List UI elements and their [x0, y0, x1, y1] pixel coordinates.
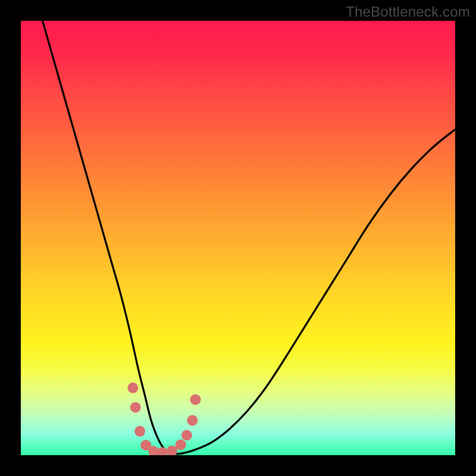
bottleneck-chart	[21, 21, 455, 455]
valley-dot	[181, 430, 192, 440]
valley-dot	[134, 426, 145, 437]
valley-dot	[187, 415, 198, 426]
valley-dots	[127, 383, 201, 455]
valley-dot	[157, 447, 168, 455]
valley-dot	[127, 383, 138, 393]
curve-layer	[21, 21, 455, 455]
valley-dot	[130, 402, 141, 413]
chart-frame: TheBottleneck.com	[0, 0, 476, 476]
valley-dot	[190, 394, 201, 405]
bottleneck-curve	[43, 21, 456, 454]
valley-dot	[176, 439, 186, 450]
watermark-text: TheBottleneck.com	[346, 4, 470, 20]
valley-dot	[167, 446, 177, 455]
